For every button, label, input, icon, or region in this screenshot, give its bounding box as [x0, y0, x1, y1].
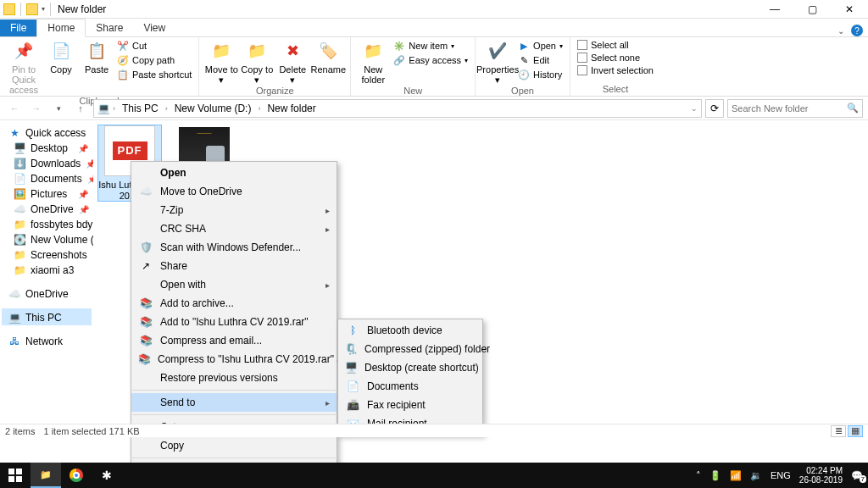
context-menu: Open ☁️Move to OneDrive 7-Zip▸ CRC SHA▸ … [131, 161, 337, 488]
breadcrumb-segment[interactable]: This PC [119, 103, 162, 114]
ribbon-group-organize: 📁 Move to ▾ 📁 Copy to ▾ ✖ Delete ▾ 🏷️ Re… [199, 37, 351, 96]
tray-wifi-icon[interactable]: 📶 [730, 470, 742, 481]
rename-button[interactable]: 🏷️ Rename [311, 39, 345, 75]
svg-rect-2 [8, 476, 14, 482]
quick-access-header[interactable]: ★Quick access [2, 124, 92, 141]
properties-button[interactable]: ✔️ Properties ▾ [481, 39, 515, 85]
ctx-restore[interactable]: Restore previous versions [131, 369, 337, 387]
ctx-compress-to[interactable]: 📚Compress to "Ishu Luthra CV 2019.rar" a… [131, 350, 337, 369]
up-button[interactable]: ↑ [71, 99, 90, 118]
sendto-fax[interactable]: 📠Fax recipient [338, 396, 482, 414]
sidebar-item-this-pc[interactable]: 💻This PC [2, 308, 92, 325]
search-box[interactable]: 🔍 [727, 99, 863, 118]
search-input[interactable] [732, 103, 833, 114]
sidebar-item-documents[interactable]: 📄Documents📌 [2, 171, 92, 186]
forward-button[interactable]: → [27, 99, 46, 118]
tray-battery-icon[interactable]: 🔋 [709, 470, 721, 481]
file-tab[interactable]: File [0, 19, 36, 36]
item-count: 2 items [5, 426, 35, 436]
copy-to-button[interactable]: 📁 Copy to ▾ [240, 39, 274, 85]
file-list[interactable]: PDF Ishu Luthra CV 2019 ──── White Open … [93, 120, 868, 424]
sendto-documents[interactable]: 📄Documents [338, 377, 482, 396]
collapse-ribbon-button[interactable]: ⌄ [837, 26, 844, 36]
taskbar-explorer[interactable]: 📁 [31, 463, 61, 488]
sidebar-item-drive[interactable]: 💽New Volume (D:) [2, 232, 92, 247]
close-button[interactable]: ✕ [831, 0, 868, 19]
select-all-button[interactable]: Select all [576, 39, 655, 51]
folder-icon: 📁 [14, 249, 25, 261]
sendto-bluetooth[interactable]: ᛒBluetooth device [338, 321, 482, 340]
recent-locations-button[interactable]: ▾ [49, 99, 68, 118]
submenu-arrow-icon: ▸ [326, 280, 330, 290]
ctx-copy[interactable]: Copy [131, 436, 337, 455]
ctx-open-with[interactable]: Open with▸ [131, 275, 337, 294]
help-button[interactable]: ? [851, 25, 863, 36]
pdf-badge-icon: PDF [113, 141, 147, 161]
view-tab[interactable]: View [133, 19, 175, 36]
address-dropdown[interactable]: ⌄ [691, 104, 698, 113]
sidebar-item-onedrive[interactable]: ☁️OneDrive📌 [2, 202, 92, 217]
ctx-move-onedrive[interactable]: ☁️Move to OneDrive [131, 182, 337, 201]
taskbar-chrome[interactable] [61, 463, 92, 488]
refresh-button[interactable]: ⟳ [705, 99, 724, 118]
qat-dropdown[interactable]: ▾ [42, 5, 45, 13]
paste-button[interactable]: 📋 Paste [80, 39, 114, 75]
tray-chevron-icon[interactable]: ˄ [696, 470, 701, 481]
start-button[interactable] [0, 463, 31, 488]
edit-button[interactable]: ✎Edit [516, 53, 565, 67]
select-none-button[interactable]: Select none [576, 52, 655, 64]
new-item-button[interactable]: ✳️New item ▾ [392, 39, 470, 53]
invert-selection-button[interactable]: Invert selection [576, 64, 655, 76]
group-label: Organize [204, 85, 345, 97]
sidebar-item-folder[interactable]: 📁Screenshots [2, 247, 92, 263]
group-label: Select [576, 83, 655, 96]
ctx-7zip[interactable]: 7-Zip▸ [131, 201, 337, 219]
minimize-button[interactable]: — [756, 0, 793, 19]
ctx-share[interactable]: ↗Share [131, 257, 337, 275]
sidebar-item-desktop[interactable]: 🖥️Desktop📌 [2, 141, 92, 156]
history-button[interactable]: 🕘History [516, 68, 565, 81]
sidebar-item-folder[interactable]: 📁xiaomi a3 [2, 263, 92, 278]
breadcrumb-segment[interactable]: New folder [264, 103, 319, 114]
thumbnails-view-button[interactable]: ▦ [848, 425, 863, 437]
cut-button[interactable]: ✂️Cut [115, 39, 193, 53]
sidebar-item-pictures[interactable]: 🖼️Pictures📌 [2, 186, 92, 202]
sendto-compressed[interactable]: 🗜️Compressed (zipped) folder [338, 340, 482, 358]
ctx-add-rar[interactable]: 📚Add to "Ishu Luthra CV 2019.rar" [131, 313, 337, 331]
tray-clock[interactable]: 02:24 PM 26-08-2019 [799, 466, 843, 485]
details-view-button[interactable]: ≣ [831, 425, 846, 437]
ctx-add-archive[interactable]: 📚Add to archive... [131, 294, 337, 313]
sidebar-item-network[interactable]: 🖧Network [2, 332, 92, 349]
move-to-button[interactable]: 📁 Move to ▾ [204, 39, 238, 85]
breadcrumb-segment[interactable]: New Volume (D:) [171, 103, 255, 114]
sidebar-item-downloads[interactable]: ⬇️Downloads📌 [2, 156, 92, 171]
paste-icon: 📋 [86, 41, 108, 63]
share-tab[interactable]: Share [86, 19, 133, 36]
taskbar-slack[interactable]: ✱ [92, 463, 122, 488]
delete-button[interactable]: ✖ Delete ▾ [275, 39, 309, 85]
copy-path-button[interactable]: 🧭Copy path [115, 53, 193, 67]
ctx-send-to[interactable]: Send to▸ [131, 393, 337, 412]
open-button[interactable]: ▶Open ▾ [516, 39, 565, 53]
edit-icon: ✎ [518, 54, 530, 66]
maximize-button[interactable]: ▢ [793, 0, 831, 19]
back-button[interactable]: ← [5, 99, 24, 118]
folder-icon[interactable] [26, 3, 38, 15]
ctx-defender[interactable]: 🛡️Scan with Windows Defender... [131, 238, 337, 257]
ctx-crc-sha[interactable]: CRC SHA▸ [131, 219, 337, 238]
ctx-open[interactable]: Open [131, 164, 337, 182]
tray-volume-icon[interactable]: 🔉 [750, 470, 762, 481]
breadcrumb[interactable]: 💻 › This PC › New Volume (D:) › New fold… [93, 99, 702, 118]
sidebar-item-folder[interactable]: 📁fossbytes bdy [2, 217, 92, 232]
sendto-desktop[interactable]: 🖥️Desktop (create shortcut) [338, 358, 482, 377]
home-tab[interactable]: Home [36, 19, 86, 37]
tray-language[interactable]: ENG [771, 470, 791, 480]
copy-button[interactable]: 📄 Copy [44, 39, 78, 75]
sidebar-item-onedrive-root[interactable]: ☁️OneDrive [2, 285, 92, 302]
new-folder-button[interactable]: 📁 New folder [356, 39, 390, 85]
paste-shortcut-button[interactable]: 📋Paste shortcut [115, 68, 193, 81]
pin-quick-access-button[interactable]: 📌 Pin to Quick access [5, 39, 42, 95]
tray-notifications[interactable]: 💬7 [851, 470, 863, 481]
ctx-compress-email[interactable]: 📚Compress and email... [131, 331, 337, 350]
easy-access-button[interactable]: 🔗Easy access ▾ [392, 53, 470, 67]
